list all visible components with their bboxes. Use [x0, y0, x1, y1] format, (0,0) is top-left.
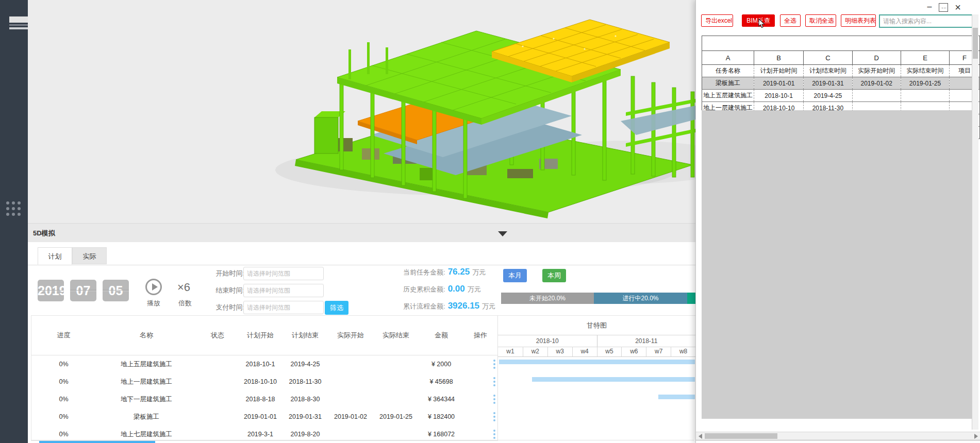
gantt-weeks: w1w2 w3w4 w5w6 w7w8 [498, 347, 695, 357]
gantt-bar[interactable] [499, 360, 695, 364]
row-menu-dots-icon[interactable] [493, 430, 496, 439]
task-table: 进度 名称 状态 计划开始 计划结束 实际开始 实际结束 金额 操作 0%地上五… [31, 315, 498, 441]
row-menu-dots-icon[interactable] [493, 360, 496, 369]
collapse-panel-caret-icon[interactable] [498, 231, 507, 236]
col-progress: 进度 [31, 331, 96, 340]
sheet-header-cell[interactable]: 实际开始时间 [852, 65, 901, 77]
date-year-card: 2019 [38, 280, 64, 301]
progress-notstarted: 未开始20.0% [501, 293, 594, 304]
tab-plan[interactable]: 计划 [38, 247, 72, 265]
col-letter[interactable]: D [852, 51, 901, 65]
col-letter[interactable]: E [901, 51, 949, 65]
pay-time-input[interactable] [243, 301, 324, 314]
sheet-search-input[interactable] [879, 14, 978, 28]
col-letter[interactable]: A [702, 51, 754, 65]
menu-icon-bar [9, 27, 28, 29]
scroll-left-arrow-icon[interactable] [699, 434, 702, 439]
app-window: 5D模拟 计划 实际 2019 07 05 播放 ×6 倍数 开始时间: 结束时… [0, 0, 980, 443]
sheet-header-cell[interactable]: 计划结束时间 [804, 65, 852, 77]
3d-viewport[interactable] [28, 0, 695, 223]
col-plan-end: 计划结束 [283, 331, 328, 340]
sheet-header-cell[interactable]: 计划开始时间 [754, 65, 804, 77]
filter-row-pay: 支付时间: [146, 301, 342, 314]
deselect-all-button[interactable]: 取消全选 [805, 14, 836, 27]
col-ops: 操作 [464, 331, 497, 340]
progress-inprogress: 进行中20.0% [594, 293, 687, 304]
progress-done [687, 293, 695, 304]
gantt-bar[interactable] [532, 377, 695, 382]
sheet-blank-cell[interactable] [702, 36, 980, 51]
row-menu-dots-icon[interactable] [493, 377, 496, 386]
col-actual-end: 实际结束 [373, 331, 419, 340]
task-table-header: 进度 名称 状态 计划开始 计划结束 实际开始 实际结束 金额 操作 [31, 316, 498, 355]
building-model-3d[interactable] [28, 0, 695, 223]
task-table-hscrollbar-thumb[interactable] [39, 441, 155, 443]
sheet-row-selected[interactable]: 梁板施工2019-01-01 2019-01-312019-01-02 2019… [702, 77, 980, 90]
export-excel-button[interactable]: 导出excel [701, 14, 733, 27]
col-status: 状态 [197, 331, 238, 340]
amount-cumulative-unit: 万元 [482, 302, 495, 310]
sheet-header-cell[interactable]: 任务名称 [702, 65, 754, 77]
col-name: 名称 [96, 331, 197, 340]
task-row[interactable]: 0%地上五层建筑施工 2018-10-12019-4-25 ¥ 2000 [31, 355, 498, 373]
gantt-bar[interactable] [658, 395, 695, 399]
amount-cumulative: 累计流程金额:3926.15万元 [403, 301, 495, 311]
col-letter[interactable]: B [754, 51, 804, 65]
sheet-header-row: 任务名称 计划开始时间 计划结束时间 实际开始时间 实际结束时间 项目 [702, 65, 980, 77]
model-stair-tower [314, 117, 338, 154]
start-time-label: 开始时间: [182, 267, 244, 280]
task-row[interactable]: 0%地上一层建筑施工 2018-10-102018-11-30 ¥ 45698 [31, 373, 498, 390]
plan-actual-tabs: 计划 实际 [28, 247, 695, 265]
task-row[interactable]: 0%梁板施工 2019-01-012019-01-31 2019-01-0220… [31, 408, 498, 425]
scroll-right-arrow-icon[interactable] [974, 434, 978, 439]
close-button[interactable]: × [953, 3, 962, 11]
select-all-button[interactable]: 全选 [780, 14, 801, 27]
sheet-empty-area [702, 110, 973, 419]
tab-plan-label: 计划 [48, 252, 62, 260]
amount-cumulative-value: 3926.15 [448, 301, 479, 311]
menu-icon[interactable] [5, 16, 23, 31]
gantt-month: 2018-10 [498, 335, 597, 347]
detail-sheet-window: – →← × 导出excel BIM反查 全选 取消全选 明细表列表 A B C… [695, 0, 980, 443]
task-row[interactable]: 0%地下一层建筑施工 2018-8-182018-8-30 ¥ 364344 [31, 390, 498, 408]
sheet-row[interactable]: 地上五层建筑施工2018-10-1 2019-4-25 [702, 90, 980, 102]
sheet-header-cell[interactable]: 实际结束时间 [901, 65, 949, 77]
collapse-window-button[interactable]: →← [939, 3, 948, 12]
date-day-card: 05 [103, 280, 129, 301]
amount-history-value: 0.00 [448, 284, 465, 294]
date-month-card: 07 [70, 280, 96, 301]
left-sidebar [0, 0, 28, 443]
apps-grid-icon[interactable] [6, 201, 22, 217]
mouse-cursor-icon [757, 19, 766, 29]
detail-list-button[interactable]: 明细表列表 [841, 14, 876, 27]
sheet-vscrollbar[interactable] [972, 14, 978, 430]
amount-history-label: 历史累积金额: [403, 285, 445, 293]
sheet-blank-row [702, 36, 980, 51]
amount-current-value: 76.25 [448, 267, 470, 277]
sheet-hscrollbar[interactable] [696, 432, 980, 440]
col-amount: 金额 [419, 331, 464, 340]
col-letter[interactable]: C [804, 51, 852, 65]
tab-actual[interactable]: 实际 [72, 247, 107, 264]
amount-current-task: 当前任务金额:76.25万元 [403, 267, 486, 277]
end-time-label: 结束时间: [182, 284, 244, 297]
amount-history-unit: 万元 [468, 285, 481, 293]
sim-title: 5D模拟 [33, 229, 55, 238]
row-menu-dots-icon[interactable] [493, 412, 496, 421]
this-week-button[interactable]: 本周 [542, 269, 566, 282]
minimize-button[interactable]: – [925, 3, 934, 10]
this-month-button[interactable]: 本月 [503, 269, 527, 282]
sheet-column-letters: A B C D E F [702, 51, 980, 65]
filter-button[interactable]: 筛选 [325, 301, 348, 315]
amount-cumulative-label: 累计流程金额: [403, 302, 445, 310]
sheet-vscrollbar-thumb[interactable] [973, 28, 978, 59]
amount-current-unit: 万元 [472, 268, 486, 276]
pay-time-label: 支付时间: [182, 301, 244, 314]
amount-current-label: 当前任务金额: [403, 268, 445, 276]
tab-actual-label: 实际 [83, 252, 96, 260]
menu-icon-bar [9, 16, 28, 23]
row-menu-dots-icon[interactable] [493, 395, 496, 404]
start-time-input[interactable] [243, 267, 324, 280]
sheet-hscrollbar-thumb[interactable] [705, 433, 777, 439]
end-time-input[interactable] [243, 284, 324, 297]
